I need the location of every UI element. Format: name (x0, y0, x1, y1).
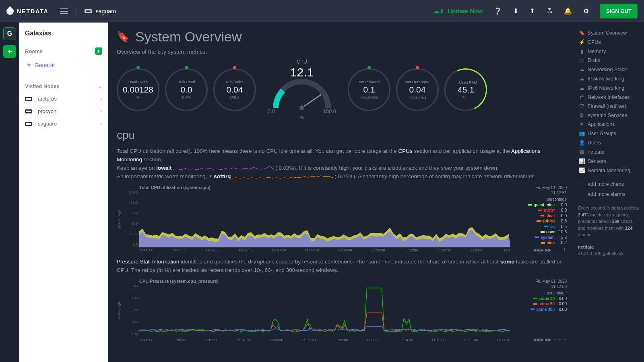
visited-node-item[interactable]: arcturus› (19, 93, 108, 105)
gauge-value: 0.04 (227, 85, 243, 95)
node-icon (25, 97, 32, 101)
chart-canvas[interactable] (139, 191, 510, 247)
divider (76, 5, 76, 18)
visited-node-item[interactable]: saguaro› (19, 117, 108, 130)
hamburger-icon[interactable] (60, 7, 68, 16)
gauge-netin[interactable]: Net Inbound 0.1 megabits/s (348, 68, 390, 111)
rooms-header: Rooms + (19, 39, 108, 58)
gauge-label: Disk Write (226, 80, 244, 84)
chevron-right-icon: › (101, 108, 102, 114)
gauge-diskwrite[interactable]: Disk Write 0.04 MiB/s (213, 68, 256, 111)
gauge-label: Net Inbound (359, 80, 380, 84)
yaxis-ticks: 0.400.300.200.100.00 (123, 284, 139, 336)
rightnav-item[interactable]: 🛡Firewall (netfilter) (578, 102, 640, 111)
legend-swatch (535, 237, 539, 238)
gauge-unit: KiB/s (182, 95, 190, 99)
chevron-right-icon: › (101, 121, 102, 127)
visited-node-item[interactable]: procyon› (19, 105, 108, 117)
bell-icon[interactable]: 🔔 (564, 7, 572, 15)
signout-button[interactable]: SIGN OUT (600, 4, 638, 19)
chart-cpu-pressure[interactable]: percentage 0.400.300.200.100.00 CPU Pres… (117, 279, 567, 342)
rightnav-item[interactable]: ♥Applications (578, 120, 640, 129)
rightnav-item[interactable]: ☁Networking Stack (578, 65, 640, 74)
legend-swatch (538, 210, 542, 211)
iowait-sparkline (173, 165, 274, 171)
gauge-label: Net Outbound (405, 80, 429, 84)
rightnav-item[interactable]: ▦netdata (578, 147, 640, 156)
chart-canvas[interactable] (139, 285, 510, 337)
room-item[interactable]: #General (19, 58, 108, 72)
hash-icon: # (27, 62, 31, 68)
yaxis-label: percentage (117, 210, 121, 228)
legend-swatch (540, 215, 544, 216)
chart-legend: Fri, May 01, 202011:12:51 percentage gue… (510, 185, 567, 252)
stats-text: Every second, Netdata collects 2,471 met… (578, 205, 640, 238)
legend-value: 0.00 (556, 307, 567, 313)
download-icon[interactable]: ⬇ (513, 7, 518, 15)
divider (37, 75, 90, 75)
chart-timestamp: Fri, May 01, 202011:12:50 (514, 279, 567, 289)
nav-icon: 👥 (579, 130, 584, 136)
upload-icon[interactable]: ⬆ (530, 7, 535, 15)
nav-icon: 🛡 (579, 103, 584, 109)
print-icon[interactable]: 🖶 (546, 8, 553, 15)
gauge-ram[interactable]: Used RAM 45.1 % (438, 62, 493, 117)
svg-line-0 (302, 95, 321, 108)
rightnav-action[interactable]: ＋add more alarms (578, 189, 640, 199)
nav-icon: ⚙ (579, 112, 584, 118)
rightnav-item[interactable]: ☁IPv6 Networking (578, 83, 640, 93)
gauge-swap[interactable]: Used Swap 0.00128 % (117, 68, 159, 111)
node-label: arcturus (38, 96, 57, 102)
cloud-download-icon: ☁⬇ (433, 8, 444, 15)
status-dot-icon (233, 66, 236, 69)
rightnav-item[interactable]: 👤Users (578, 138, 640, 147)
psi-link[interactable]: Pressure Stall Information (117, 259, 179, 265)
gauge-value: 0.04 (409, 85, 426, 95)
chart-cpu-utilization[interactable]: percentage 100.080.060.040.020.00.0 Tota… (117, 185, 567, 252)
rooms-header-label: Rooms (25, 48, 43, 54)
rightnav-item[interactable]: 🖴Disks (578, 56, 640, 65)
workspace-button[interactable]: G (3, 27, 16, 40)
legend-swatch (537, 220, 541, 222)
chart-controls[interactable]: ◀◀ ▶ ▶▶ ＋ − ⋮ (533, 337, 567, 343)
gauge-diskread[interactable]: Disk Read 0.0 KiB/s (165, 68, 208, 111)
gauge-value: 0.1 (363, 85, 375, 95)
gauge-label: Used RAM (459, 80, 477, 84)
legend-value: 0.0 (556, 213, 567, 219)
logo[interactable]: NETDATA (6, 8, 49, 15)
visited-nodes-header[interactable]: Visited Nodes ⌄ (19, 78, 108, 93)
nav-label: Sensors (588, 158, 606, 164)
rightnav-item[interactable]: ⚙systemd Services (578, 111, 640, 120)
gear-icon[interactable]: ⚙ (583, 7, 589, 15)
node-icon (25, 109, 32, 113)
workspace-rail: G + (0, 23, 19, 362)
rightnav-item[interactable]: ⇄Network Interfaces (578, 93, 640, 102)
rightnav-action[interactable]: ＋add more charts (578, 179, 640, 189)
action-label: add more charts (588, 181, 624, 187)
chart-controls[interactable]: ◀◀ ▶ ▶▶ ＋ − ⋮ (533, 247, 567, 253)
nav-icon: 👤 (579, 140, 584, 146)
gauge-cpu[interactable]: CPU 12.1 0.0 100.0 % (262, 59, 342, 120)
current-node[interactable]: saguaro (85, 8, 116, 14)
rightnav-item[interactable]: ▮Memory (578, 47, 640, 56)
add-room-button[interactable]: + (95, 47, 102, 55)
rightnav-item[interactable]: ☁IPv4 Networking (578, 74, 640, 83)
rightnav-item[interactable]: 📈Netdata Monitoring (578, 166, 640, 175)
legend-value: 0.3 (556, 218, 567, 224)
yaxis-label: percentage (117, 301, 121, 319)
gauge-netout[interactable]: Net Outbound 0.04 megabits/s (396, 68, 439, 111)
legend-value: 0.5 (556, 224, 567, 230)
yaxis-ticks: 100.080.060.040.020.00.0 (123, 190, 139, 247)
add-workspace-button[interactable]: + (3, 45, 16, 58)
rightnav-item[interactable]: 🔖System Overview (578, 28, 640, 37)
rightnav-item[interactable]: 📊Sensors (578, 156, 640, 166)
rightnav-item[interactable]: 👥User Groups (578, 129, 640, 138)
psi-paragraph: Pressure Stall Information identifies an… (117, 258, 567, 275)
legend-unit: percentage (514, 291, 567, 295)
help-icon[interactable]: ❔ (494, 7, 502, 15)
rightnav-item[interactable]: ⚡CPUs (578, 37, 640, 47)
update-now-button[interactable]: ☁⬇ Update Now (433, 8, 483, 15)
cpus-link[interactable]: CPUs (398, 148, 412, 154)
action-label: add more alarms (588, 191, 625, 197)
chevron-down-icon: ⌄ (98, 83, 102, 89)
